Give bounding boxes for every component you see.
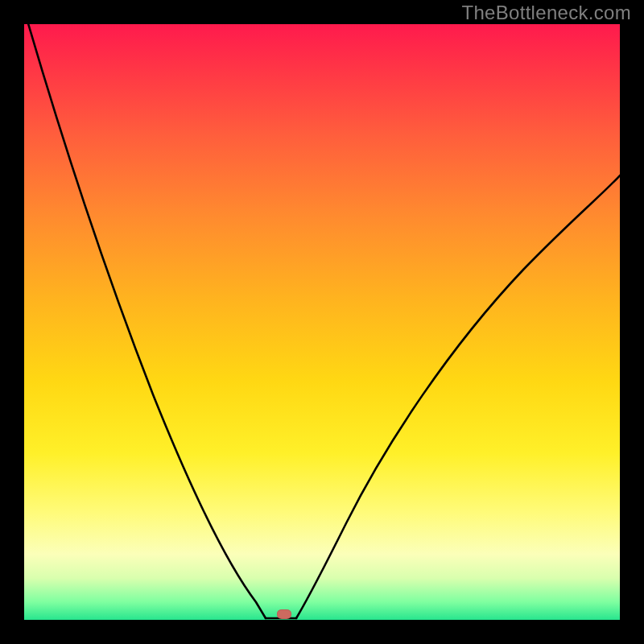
curve-left xyxy=(24,24,266,618)
optimal-point-marker xyxy=(277,609,291,619)
plot-area xyxy=(24,24,620,620)
bottleneck-curve xyxy=(24,24,620,620)
curve-right xyxy=(296,175,620,618)
watermark-text: TheBottleneck.com xyxy=(461,2,631,24)
chart-container: TheBottleneck.com xyxy=(0,0,644,644)
